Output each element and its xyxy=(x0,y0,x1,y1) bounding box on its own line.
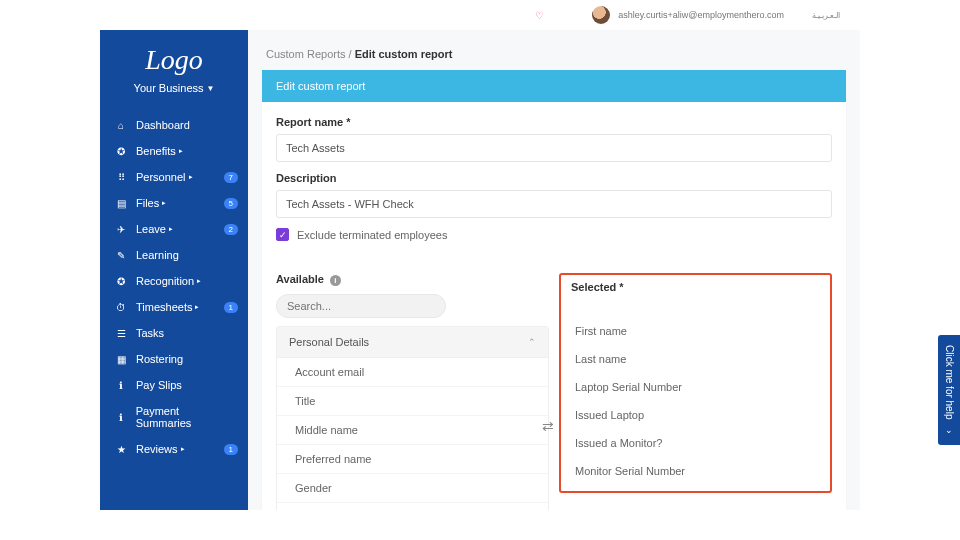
nav-label: Pay Slips xyxy=(136,379,182,391)
selected-item[interactable]: Last name xyxy=(571,345,820,373)
card-header: Edit custom report xyxy=(262,70,846,102)
nav-icon: ✪ xyxy=(114,276,128,287)
nav-badge: 2 xyxy=(224,224,238,235)
sidebar-item-benefits[interactable]: ✪Benefits▸ xyxy=(100,138,248,164)
nav-label: Leave xyxy=(136,223,166,235)
nav-badge: 1 xyxy=(224,444,238,455)
description-input[interactable] xyxy=(276,190,832,218)
info-icon[interactable]: i xyxy=(330,275,341,286)
exclude-label: Exclude terminated employees xyxy=(297,229,447,241)
nav-label: Recognition xyxy=(136,275,194,287)
nav-icon: ✪ xyxy=(114,146,128,157)
exclude-checkbox[interactable]: ✓ xyxy=(276,228,289,241)
nav-label: Payment Summaries xyxy=(136,405,236,429)
report-name-input[interactable] xyxy=(276,134,832,162)
available-label: Available xyxy=(276,273,324,285)
nav-badge: 7 xyxy=(224,172,238,183)
available-list: Personal Details ⌃ Account emailTitleMid… xyxy=(276,326,549,510)
top-bar: ♡ ashley.curtis+aliw@employmenthero.com … xyxy=(248,0,860,30)
chevron-down-icon: ⌄ xyxy=(944,425,954,435)
lang-link[interactable]: الـعـربـيـة xyxy=(812,11,840,20)
sidebar-item-payment-summaries[interactable]: ℹPayment Summaries xyxy=(100,398,248,436)
nav-label: Dashboard xyxy=(136,119,190,131)
available-item[interactable]: Preferred name xyxy=(277,445,548,474)
nav-icon: ⏱ xyxy=(114,302,128,313)
sidebar: Logo Your Business▼ ⌂Dashboard✪Benefits▸… xyxy=(100,30,248,510)
help-tab[interactable]: Click me for help⌄ xyxy=(938,335,960,445)
nav-icon: ℹ xyxy=(114,412,128,423)
user-email: ashley.curtis+aliw@employmenthero.com xyxy=(618,10,784,20)
nav-label: Personnel xyxy=(136,171,186,183)
available-column: Available i Personal Details ⌃ Account e… xyxy=(276,273,549,510)
nav-label: Learning xyxy=(136,249,179,261)
avatar[interactable] xyxy=(592,6,610,24)
selected-item[interactable]: First name xyxy=(571,317,820,345)
available-item[interactable]: Middle name xyxy=(277,416,548,445)
chevron-right-icon: ▸ xyxy=(195,303,199,311)
selected-column: Selected * First nameLast nameLaptop Ser… xyxy=(559,273,832,510)
group-header[interactable]: Personal Details ⌃ xyxy=(277,327,548,358)
chevron-up-icon: ⌃ xyxy=(528,337,536,347)
description-label: Description xyxy=(276,172,832,184)
chevron-right-icon: ▸ xyxy=(179,147,183,155)
nav-label: Rostering xyxy=(136,353,183,365)
chevron-right-icon: ▸ xyxy=(197,277,201,285)
nav-icon: ✎ xyxy=(114,250,128,261)
nav-icon: ★ xyxy=(114,444,128,455)
sidebar-item-personnel[interactable]: ⠿Personnel▸7 xyxy=(100,164,248,190)
nav-label: Reviews xyxy=(136,443,178,455)
logo: Logo xyxy=(100,30,248,82)
nav-badge: 5 xyxy=(224,198,238,209)
report-card: Edit custom report Report name * Descrip… xyxy=(262,70,846,510)
nav-icon: ⌂ xyxy=(114,120,128,131)
nav-icon: ▦ xyxy=(114,354,128,365)
available-item[interactable]: Title xyxy=(277,387,548,416)
available-item[interactable]: Gender xyxy=(277,474,548,503)
sidebar-item-tasks[interactable]: ☰Tasks xyxy=(100,320,248,346)
nav-icon: ☰ xyxy=(114,328,128,339)
nav-label: Files xyxy=(136,197,159,209)
nav-icon: ▤ xyxy=(114,198,128,209)
business-selector[interactable]: Your Business▼ xyxy=(100,82,248,112)
selected-item[interactable]: Laptop Serial Number xyxy=(571,373,820,401)
selected-box: Selected * First nameLast nameLaptop Ser… xyxy=(559,273,832,493)
breadcrumb-current: Edit custom report xyxy=(355,48,453,60)
chevron-down-icon: ▼ xyxy=(207,84,215,93)
sidebar-item-files[interactable]: ▤Files▸5 xyxy=(100,190,248,216)
breadcrumb: Custom Reports / Edit custom report xyxy=(248,30,860,70)
sidebar-item-learning[interactable]: ✎Learning xyxy=(100,242,248,268)
chevron-right-icon: ▸ xyxy=(189,173,193,181)
selected-item[interactable]: Issued a Monitor? xyxy=(571,429,820,457)
main-content: Custom Reports / Edit custom report Edit… xyxy=(248,30,860,510)
nav-icon: ℹ xyxy=(114,380,128,391)
nav-label: Timesheets xyxy=(136,301,192,313)
sidebar-item-timesheets[interactable]: ⏱Timesheets▸1 xyxy=(100,294,248,320)
available-item[interactable]: Account email xyxy=(277,358,548,387)
breadcrumb-parent[interactable]: Custom Reports xyxy=(266,48,345,60)
search-input[interactable] xyxy=(276,294,446,318)
sidebar-item-reviews[interactable]: ★Reviews▸1 xyxy=(100,436,248,462)
sidebar-item-rostering[interactable]: ▦Rostering xyxy=(100,346,248,372)
chevron-right-icon: ▸ xyxy=(169,225,173,233)
nav-list: ⌂Dashboard✪Benefits▸⠿Personnel▸7▤Files▸5… xyxy=(100,112,248,462)
chevron-right-icon: ▸ xyxy=(181,445,185,453)
nav-icon: ✈ xyxy=(114,224,128,235)
nav-icon: ⠿ xyxy=(114,172,128,183)
selected-item[interactable]: Issued Laptop xyxy=(571,401,820,429)
swap-icon[interactable]: ⇄ xyxy=(542,418,554,434)
selected-label: Selected * xyxy=(571,281,820,293)
sidebar-item-pay-slips[interactable]: ℹPay Slips xyxy=(100,372,248,398)
nav-label: Tasks xyxy=(136,327,164,339)
selected-item[interactable]: Monitor Serial Number xyxy=(571,457,820,485)
sidebar-item-dashboard[interactable]: ⌂Dashboard xyxy=(100,112,248,138)
nav-badge: 1 xyxy=(224,302,238,313)
heart-icon[interactable]: ♡ xyxy=(535,10,544,21)
report-name-label: Report name * xyxy=(276,116,832,128)
chevron-right-icon: ▸ xyxy=(162,199,166,207)
sidebar-item-recognition[interactable]: ✪Recognition▸ xyxy=(100,268,248,294)
nav-label: Benefits xyxy=(136,145,176,157)
available-item[interactable]: Employee address line 1 xyxy=(277,503,548,510)
sidebar-item-leave[interactable]: ✈Leave▸2 xyxy=(100,216,248,242)
